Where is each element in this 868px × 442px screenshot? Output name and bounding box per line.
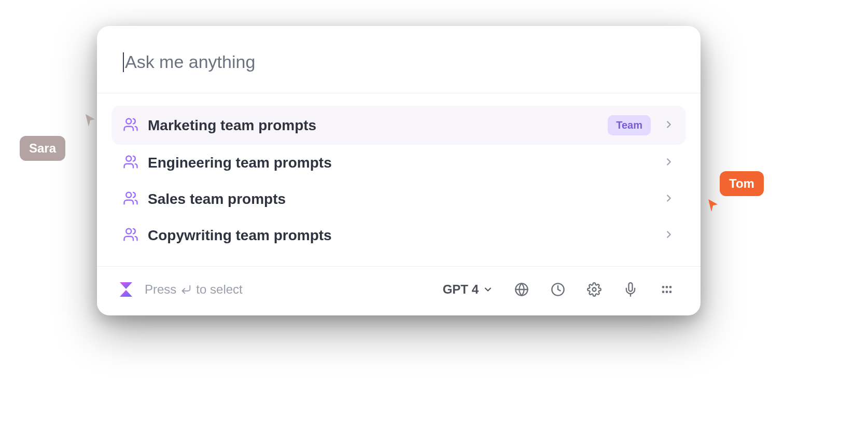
people-icon: [123, 190, 138, 208]
collab-name: Sara: [29, 141, 56, 156]
list-item-copywriting[interactable]: Copywriting team prompts: [111, 217, 686, 254]
collab-cursor-tom: [707, 198, 720, 215]
select-hint: Press to select: [145, 282, 243, 297]
svg-point-1: [126, 156, 131, 161]
globe-icon: [514, 282, 529, 297]
list-item-sales[interactable]: Sales team prompts: [111, 181, 686, 217]
text-cursor: [123, 52, 124, 72]
collab-name: Tom: [729, 176, 754, 191]
collab-cursor-sara: [85, 113, 97, 130]
command-panel: Ask me anything Marketing team prompts T…: [97, 26, 701, 315]
model-selector[interactable]: GPT 4: [443, 282, 493, 297]
chevron-right-icon: [663, 156, 675, 170]
people-icon: [123, 154, 138, 172]
list-item-engineering[interactable]: Engineering team prompts: [111, 145, 686, 181]
prompt-input[interactable]: Ask me anything: [123, 52, 675, 72]
collab-badge-sara: Sara: [20, 136, 65, 161]
chevron-right-icon: [663, 119, 675, 132]
globe-button[interactable]: [514, 282, 529, 297]
list-item-label: Sales team prompts: [148, 191, 654, 208]
people-icon: [123, 117, 138, 134]
history-button[interactable]: [550, 282, 566, 297]
collab-badge-tom: Tom: [720, 171, 764, 196]
prompt-list: Marketing team prompts Team Engineering …: [97, 93, 701, 266]
chevron-right-icon: [663, 192, 675, 206]
hint-text-pre: Press: [145, 282, 176, 297]
app-logo-icon: [118, 281, 134, 298]
people-icon: [123, 227, 138, 244]
gear-icon: [587, 282, 601, 297]
svg-point-2: [126, 192, 131, 198]
model-label: GPT 4: [443, 282, 479, 297]
chevron-right-icon: [663, 229, 675, 242]
list-item-label: Marketing team prompts: [148, 117, 598, 134]
list-item-marketing[interactable]: Marketing team prompts Team: [111, 106, 686, 145]
hint-text-post: to select: [196, 282, 242, 297]
prompt-placeholder: Ask me anything: [125, 52, 255, 72]
microphone-icon: [623, 282, 638, 297]
svg-point-9: [662, 286, 665, 288]
list-item-label: Engineering team prompts: [148, 155, 654, 171]
svg-point-13: [666, 291, 668, 293]
chevron-down-icon: [483, 284, 493, 295]
svg-point-0: [126, 118, 131, 123]
svg-point-11: [669, 286, 672, 288]
svg-point-14: [669, 291, 672, 293]
clock-icon: [551, 282, 565, 297]
grid-dots-icon: [660, 282, 674, 297]
settings-button[interactable]: [586, 282, 602, 297]
svg-point-7: [593, 288, 596, 292]
svg-point-3: [126, 229, 131, 234]
svg-point-12: [662, 291, 665, 293]
voice-button[interactable]: [623, 282, 638, 297]
more-button[interactable]: [659, 282, 675, 297]
svg-point-10: [666, 286, 668, 288]
list-item-label: Copywriting team prompts: [148, 227, 654, 244]
enter-key-icon: [180, 284, 192, 295]
input-area: Ask me anything: [97, 26, 701, 93]
footer-bar: Press to select GPT 4: [97, 266, 701, 315]
team-badge: Team: [608, 115, 651, 135]
